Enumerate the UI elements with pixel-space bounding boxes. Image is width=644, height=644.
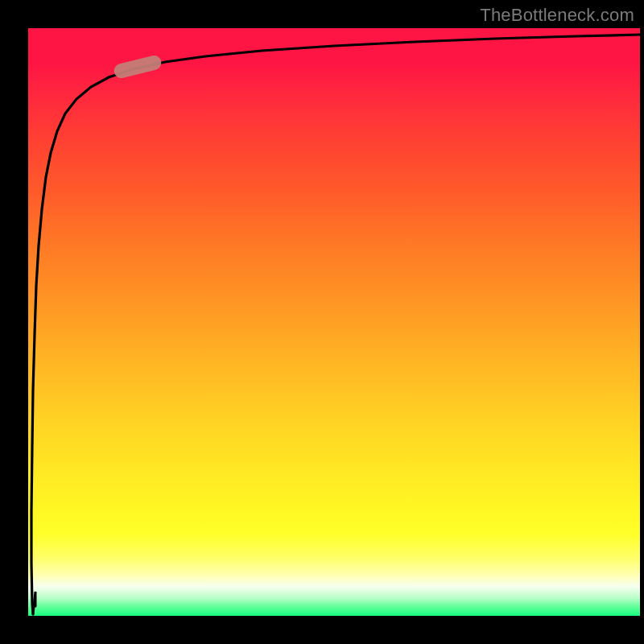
plot-area [28, 28, 640, 616]
curve-stem [33, 592, 35, 614]
bottleneck-curve [31, 35, 640, 614]
chart-stage: TheBottleneck.com [0, 0, 644, 644]
highlight-marker [113, 54, 163, 80]
watermark-text: TheBottleneck.com [480, 5, 634, 26]
svg-rect-0 [113, 54, 163, 80]
curve-layer [28, 28, 640, 616]
